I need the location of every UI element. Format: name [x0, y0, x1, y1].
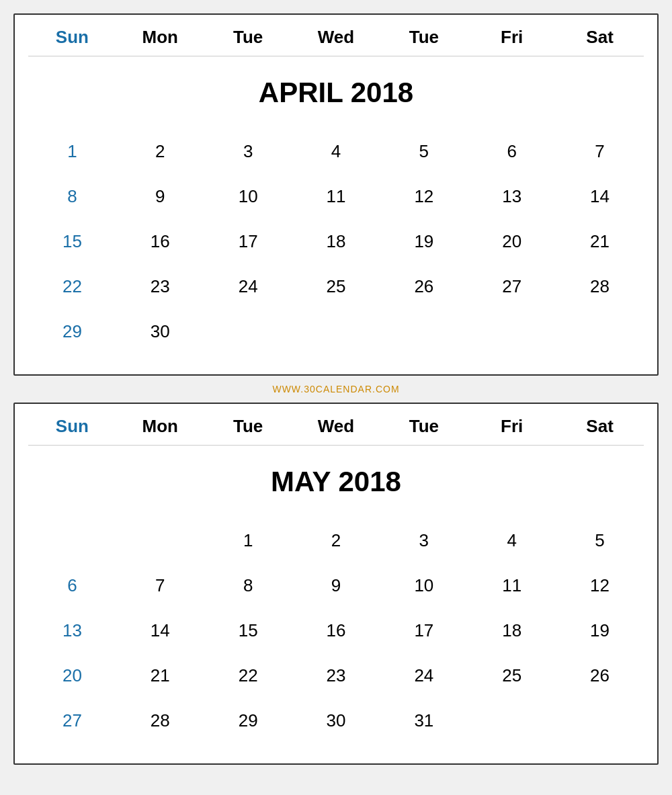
day-cell: 26 [380, 264, 468, 309]
april-calendar: SunMonTueWedTueFriSat APRIL 2018 1234567… [13, 13, 659, 376]
day-header-fri: Fri [468, 22, 556, 56]
day-cell: 2 [292, 518, 380, 563]
day-cell: 17 [204, 219, 292, 264]
day-cell: 3 [380, 518, 468, 563]
day-cell: 26 [556, 653, 644, 698]
day-cell: 1 [204, 518, 292, 563]
day-cell: 27 [468, 264, 556, 309]
day-cell: 31 [380, 698, 468, 743]
day-cell: 19 [556, 608, 644, 653]
day-cell: 24 [204, 264, 292, 309]
day-cell: 21 [116, 653, 204, 698]
day-cell: 16 [116, 219, 204, 264]
day-cell: 28 [116, 698, 204, 743]
day-cell: 10 [380, 563, 468, 608]
day-cell [292, 309, 380, 354]
day-cell [468, 309, 556, 354]
april-grid: 1234567891011121314151617181920212223242… [28, 129, 644, 354]
day-cell: 21 [556, 219, 644, 264]
day-header-mon: Mon [116, 411, 204, 445]
day-cell: 11 [468, 563, 556, 608]
day-cell: 20 [468, 219, 556, 264]
day-cell: 5 [556, 518, 644, 563]
day-header-sun: Sun [28, 411, 116, 445]
day-cell: 18 [468, 608, 556, 653]
day-cell: 29 [28, 309, 116, 354]
day-cell: 8 [28, 174, 116, 219]
day-cell: 6 [28, 563, 116, 608]
day-cell: 27 [28, 698, 116, 743]
day-cell: 15 [204, 608, 292, 653]
day-cell: 22 [204, 653, 292, 698]
day-cell [468, 698, 556, 743]
day-cell: 15 [28, 219, 116, 264]
day-header-sat: Sat [556, 22, 644, 56]
day-cell: 28 [556, 264, 644, 309]
day-cell: 18 [292, 219, 380, 264]
day-cell: 8 [204, 563, 292, 608]
may-calendar: SunMonTueWedTueFriSat MAY 2018 123456789… [13, 403, 659, 765]
day-cell [28, 518, 116, 563]
day-header-tue: Tue [204, 22, 292, 56]
day-cell: 22 [28, 264, 116, 309]
day-cell: 4 [292, 129, 380, 174]
day-cell: 10 [204, 174, 292, 219]
day-cell [556, 309, 644, 354]
day-cell: 5 [380, 129, 468, 174]
day-header-mon: Mon [116, 22, 204, 56]
watermark: WWW.30CALENDAR.COM [272, 384, 399, 394]
day-cell [116, 518, 204, 563]
day-header-wed: Wed [292, 411, 380, 445]
day-cell: 13 [468, 174, 556, 219]
day-cell [204, 309, 292, 354]
may-title: MAY 2018 [28, 452, 644, 518]
day-cell: 23 [116, 264, 204, 309]
day-cell: 2 [116, 129, 204, 174]
day-header-thu: Tue [380, 411, 468, 445]
day-cell: 3 [204, 129, 292, 174]
day-cell: 7 [556, 129, 644, 174]
day-cell: 24 [380, 653, 468, 698]
day-cell: 16 [292, 608, 380, 653]
day-cell: 14 [116, 608, 204, 653]
april-title: APRIL 2018 [28, 63, 644, 129]
day-cell: 9 [292, 563, 380, 608]
day-cell: 1 [28, 129, 116, 174]
day-cell [556, 698, 644, 743]
day-cell: 4 [468, 518, 556, 563]
day-cell: 25 [468, 653, 556, 698]
april-day-headers: SunMonTueWedTueFriSat [28, 22, 644, 56]
day-cell: 14 [556, 174, 644, 219]
day-cell: 6 [468, 129, 556, 174]
day-header-fri: Fri [468, 411, 556, 445]
day-cell: 13 [28, 608, 116, 653]
may-grid: 1234567891011121314151617181920212223242… [28, 518, 644, 743]
may-day-headers: SunMonTueWedTueFriSat [28, 411, 644, 446]
day-header-wed: Wed [292, 22, 380, 56]
day-cell: 7 [116, 563, 204, 608]
day-cell: 11 [292, 174, 380, 219]
day-cell: 20 [28, 653, 116, 698]
day-cell: 12 [380, 174, 468, 219]
day-cell: 25 [292, 264, 380, 309]
day-header-tue: Tue [204, 411, 292, 445]
day-header-thu: Tue [380, 22, 468, 56]
day-cell: 19 [380, 219, 468, 264]
day-cell: 29 [204, 698, 292, 743]
day-cell: 30 [292, 698, 380, 743]
day-cell: 9 [116, 174, 204, 219]
day-header-sun: Sun [28, 22, 116, 56]
day-cell: 12 [556, 563, 644, 608]
day-cell: 17 [380, 608, 468, 653]
day-cell: 23 [292, 653, 380, 698]
day-cell: 30 [116, 309, 204, 354]
day-header-sat: Sat [556, 411, 644, 445]
day-cell [380, 309, 468, 354]
